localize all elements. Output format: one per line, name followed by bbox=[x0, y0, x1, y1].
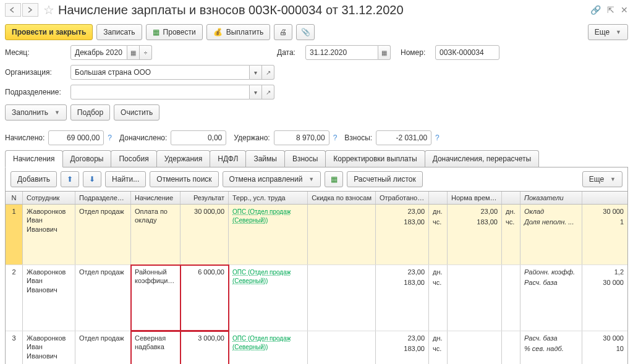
post-button[interactable]: ▦ Провести bbox=[146, 24, 203, 40]
add-row-button[interactable]: Добавить bbox=[11, 171, 57, 187]
org-dropdown-button[interactable]: ▾ bbox=[250, 65, 262, 80]
month-calendar-button[interactable]: ▦ bbox=[127, 45, 140, 60]
arrow-down-icon: ⬇ bbox=[89, 175, 95, 184]
post-label: Провести bbox=[163, 28, 196, 36]
select-button[interactable]: Подбор bbox=[70, 104, 110, 121]
pay-button[interactable]: 💰 Выплатить bbox=[206, 24, 271, 40]
date-input[interactable]: 31.12.2020 bbox=[305, 45, 378, 60]
grid-header: N Сотрудник Подразделение Начисление Рез… bbox=[6, 192, 627, 205]
month-label: Месяц: bbox=[5, 48, 67, 57]
arrow-up-icon: ⬆ bbox=[67, 175, 73, 184]
org-open-button[interactable]: ↗ bbox=[262, 65, 274, 80]
org-input[interactable]: Большая страна ООО bbox=[70, 65, 250, 80]
tab-contracts[interactable]: Договоры bbox=[62, 150, 112, 167]
nav-forward-button[interactable] bbox=[22, 3, 38, 17]
col-indicator-value[interactable] bbox=[582, 192, 627, 204]
pay-icon: 💰 bbox=[213, 28, 223, 36]
pay-label: Выплатить bbox=[226, 28, 264, 36]
nav-back-button[interactable] bbox=[5, 3, 21, 17]
col-department[interactable]: Подразделение bbox=[75, 192, 131, 204]
help-icon[interactable]: ? bbox=[108, 133, 112, 142]
table-row[interactable]: 2 Жаворонков Иван Иванович Отдел продаж … bbox=[6, 265, 627, 331]
table-icon: ▦ bbox=[331, 175, 338, 184]
territory-link[interactable]: ОПС (Отдел продаж (Северный)) bbox=[232, 269, 291, 284]
number-label: Номер: bbox=[401, 48, 431, 57]
col-indicators[interactable]: Показатели bbox=[520, 192, 582, 204]
close-icon[interactable]: ✕ bbox=[621, 5, 628, 15]
tab-deductions[interactable]: Удержания bbox=[156, 150, 211, 167]
clear-button[interactable]: Очистить bbox=[114, 104, 159, 121]
find-button[interactable]: Найти... bbox=[105, 171, 146, 187]
col-employee[interactable]: Сотрудник bbox=[23, 192, 75, 204]
show-details-button[interactable]: ▦ bbox=[325, 171, 343, 187]
col-accrual[interactable]: Начисление bbox=[131, 192, 181, 204]
table-row[interactable]: 1 Жаворонков Иван Иванович Отдел продаж … bbox=[6, 205, 627, 265]
help-icon[interactable]: ? bbox=[435, 133, 440, 142]
print-button[interactable]: 🖨 bbox=[274, 24, 292, 40]
detach-icon[interactable]: ⇱ bbox=[607, 5, 614, 15]
print-icon: 🖨 bbox=[279, 28, 287, 36]
tab-adjustments[interactable]: Корректировки выплаты bbox=[325, 150, 425, 167]
favorite-star-icon[interactable]: ☆ bbox=[43, 2, 54, 17]
withheld-value[interactable]: 8 970,00 bbox=[274, 130, 329, 145]
move-down-button[interactable]: ⬇ bbox=[83, 171, 101, 187]
col-norm[interactable]: Норма времени bbox=[448, 192, 502, 204]
dept-open-button[interactable]: ↗ bbox=[262, 85, 274, 99]
arrow-right-icon bbox=[27, 7, 34, 13]
calendar-icon: ▦ bbox=[381, 49, 387, 56]
addl-value[interactable]: 0,00 bbox=[171, 130, 226, 145]
chevron-down-icon: ▾ bbox=[254, 69, 257, 76]
cancel-search-button[interactable]: Отменить поиск bbox=[150, 171, 218, 187]
tab-recalc[interactable]: Доначисления, перерасчеты bbox=[425, 150, 539, 167]
tab-accruals[interactable]: Начисления bbox=[5, 150, 63, 167]
col-territory[interactable]: Терр., усл. труда bbox=[229, 192, 308, 204]
help-icon[interactable]: ? bbox=[333, 133, 338, 142]
attach-button[interactable]: 📎 bbox=[296, 24, 315, 40]
accrued-value[interactable]: 69 000,00 bbox=[48, 130, 104, 145]
more-button[interactable]: Еще ▼ bbox=[588, 24, 628, 40]
date-calendar-button[interactable]: ▦ bbox=[378, 45, 391, 60]
save-button[interactable]: Записать bbox=[96, 24, 142, 40]
number-input[interactable]: 00ЗК-000034 bbox=[435, 45, 499, 60]
tab-loans[interactable]: Займы bbox=[245, 150, 285, 167]
dept-label: Подразделение: bbox=[5, 88, 67, 96]
cancel-fix-button[interactable]: Отмена исправлений ▼ bbox=[223, 171, 321, 187]
payslip-button[interactable]: Расчетный листок bbox=[347, 171, 422, 187]
contrib-value[interactable]: -2 031,00 bbox=[376, 130, 431, 145]
fill-button[interactable]: Заполнить ▼ bbox=[5, 104, 67, 121]
chevron-down-icon: ▼ bbox=[54, 109, 60, 116]
dept-dropdown-button[interactable]: ▾ bbox=[250, 85, 262, 99]
territory-link[interactable]: ОПС (Отдел продаж (Северный)) bbox=[232, 335, 291, 350]
post-and-close-button[interactable]: Провести и закрыть bbox=[5, 24, 93, 40]
tab-tax[interactable]: НДФЛ bbox=[210, 150, 246, 167]
withheld-label: Удержано: bbox=[234, 133, 270, 142]
chevron-down-icon: ▾ bbox=[254, 89, 257, 96]
form-area: Месяц: Декабрь 2020 ▦ ÷ Дата: 31.12.2020… bbox=[0, 44, 633, 130]
territory-link[interactable]: ОПС (Отдел продаж (Северный)) bbox=[232, 208, 291, 224]
link-icon[interactable]: 🔗 bbox=[590, 5, 601, 15]
tab-benefits[interactable]: Пособия bbox=[111, 150, 156, 167]
more-label: Еще bbox=[595, 28, 610, 36]
col-n[interactable]: N bbox=[6, 192, 23, 204]
move-up-button[interactable]: ⬆ bbox=[61, 171, 79, 187]
accruals-grid: N Сотрудник Подразделение Начисление Рез… bbox=[5, 192, 628, 364]
month-spin-button[interactable]: ÷ bbox=[140, 45, 152, 60]
col-result[interactable]: Результат bbox=[181, 192, 229, 204]
tab-contributions[interactable]: Взносы bbox=[284, 150, 326, 167]
col-discount[interactable]: Скидка по взносам bbox=[308, 192, 376, 204]
tab-more-button[interactable]: Еще ▼ bbox=[582, 171, 622, 187]
save-label: Записать bbox=[103, 28, 135, 36]
accrued-label: Начислено: bbox=[5, 133, 45, 142]
chevron-down-icon: ▼ bbox=[616, 29, 621, 35]
arrow-left-icon bbox=[9, 7, 17, 13]
dept-input[interactable] bbox=[70, 85, 250, 99]
table-row[interactable]: 3 Жаворонков Иван Иванович Отдел продаж … bbox=[6, 331, 627, 364]
month-input[interactable]: Декабрь 2020 bbox=[70, 45, 127, 60]
post-and-close-label: Провести и закрыть bbox=[12, 28, 86, 36]
col-worked[interactable]: Отработано ... bbox=[376, 192, 429, 204]
calendar-icon: ▦ bbox=[130, 49, 136, 56]
page-title: Начисление зарплаты и взносов 00ЗК-00003… bbox=[58, 3, 590, 17]
open-icon: ↗ bbox=[266, 89, 271, 96]
col-norm-unit[interactable] bbox=[502, 192, 520, 204]
col-worked-unit[interactable] bbox=[429, 192, 448, 204]
